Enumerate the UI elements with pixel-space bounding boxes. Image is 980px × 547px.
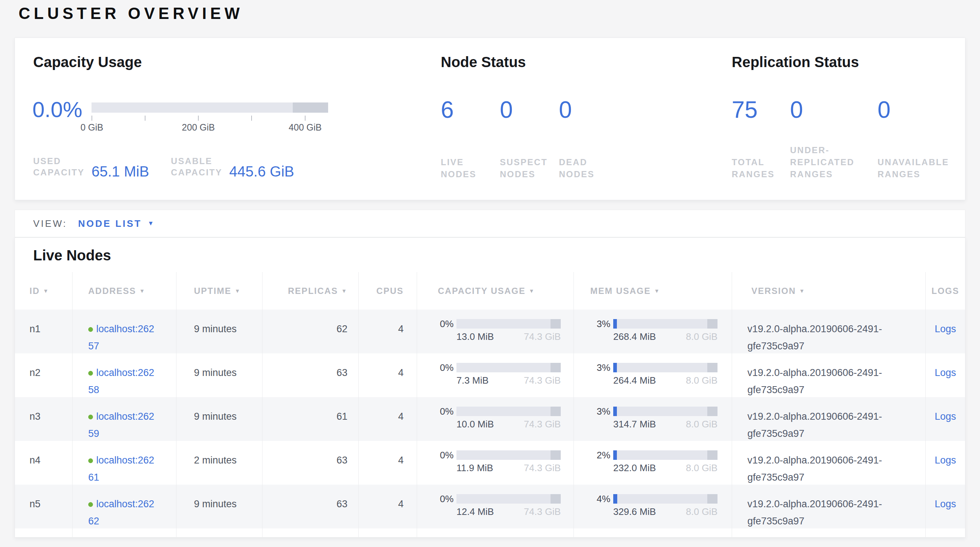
capacity-bar-reserved-segment [293,102,328,113]
node-uptime-cell: 9 minutes [176,310,262,355]
mem-max-value: 8.0 GiB [686,463,718,472]
mem-mini-bar [613,494,718,504]
capacity-mini-bar [457,407,561,416]
node-logs-link[interactable]: Logs [935,498,956,509]
used-capacity-label: USED CAPACITY [33,155,92,178]
capacity-axis-ticks [92,116,328,121]
node-version-cell: v19.2.0-alpha.20190606-2491-gfe735c9a97 [732,353,925,399]
node-address-cell: localhost:26258 [72,353,176,399]
column-header-logs: LOGS [925,272,965,310]
node-live-status-icon [88,458,93,463]
node-id-cell: n3 [15,397,72,442]
column-header-version[interactable]: VERSION ▼ [732,272,925,310]
node-cpus-cell: 4 [358,441,417,486]
column-header-id[interactable]: ID ▼ [15,272,72,310]
sort-down-icon: ▼ [654,288,660,294]
unavailable-ranges-label: UNAVAILABLE RANGES [878,156,967,180]
node-live-status-icon [88,415,93,419]
capacity-max-value: 74.3 GiB [524,332,561,341]
total-ranges-metric: 75 TOTAL RANGES [732,98,790,180]
node-address-link[interactable]: localhost:26261 [88,455,154,483]
suspect-nodes-label: SUSPECT NODES [500,156,555,180]
mem-bar-reserved-segment [707,319,718,329]
under-replicated-label: UNDER-REPLICATED RANGES [790,144,875,180]
capacity-usage-bar [92,102,328,113]
mem-used-value: 268.4 MiB [613,332,656,341]
column-header-replicas[interactable]: REPLICAS ▼ [262,272,358,310]
mem-bar-fill [613,319,617,329]
capacity-percent: 0% [423,494,453,504]
node-logs-link[interactable]: Logs [935,367,956,378]
node-mem-usage-cell: 2% 232.0 MiB 8.0 GiB [573,441,732,486]
node-uptime-cell: 9 minutes [176,353,262,399]
cluster-overview-page: { "page_title": "CLUSTER OVERVIEW", "sum… [0,0,980,547]
axis-label-400gib: 400 GiB [289,122,321,133]
mem-bar-fill [613,363,617,372]
total-ranges-label: TOTAL RANGES [732,156,786,180]
usable-capacity-value: 445.6 GiB [229,164,294,178]
live-nodes-count: 6 [441,98,500,121]
mem-max-value: 8.0 GiB [686,507,718,516]
node-replicas-cell: 63 [262,441,358,486]
node-version-cell: v19.2.0-alpha.20190606-2491-gfe735c9a97 [732,485,925,530]
total-ranges-count: 75 [732,98,790,121]
node-address-cell: localhost:26259 [72,397,176,442]
capacity-percent-value: 0.0% [32,99,81,120]
node-address-link[interactable]: localhost:26257 [88,323,154,351]
node-logs-cell: Logs [925,353,965,399]
unavailable-ranges-count: 0 [878,98,969,121]
mem-bar-reserved-segment [707,407,718,416]
table-row: n2 localhost:26258 9 minutes 63 4 0% 7.3… [15,353,965,397]
table-body: n1 localhost:26257 9 minutes 62 4 0% 13.… [15,310,965,537]
mem-percent: 4% [580,494,610,504]
capacity-used-value: 7.3 MiB [457,375,488,385]
mem-used-value: 232.0 MiB [613,463,656,472]
live-nodes-panel: Live Nodes ID ▼ ADDRESS ▼ UPTIME ▼ REPLI… [14,237,966,537]
live-nodes-label: LIVE NODES [441,156,495,180]
capacity-bar-reserved-segment [550,450,561,460]
node-live-status-icon [88,327,93,332]
node-address-link[interactable]: localhost:26262 [88,498,154,526]
mem-percent: 3% [580,363,610,372]
capacity-bar-reserved-segment [550,407,561,416]
view-mode-selected: NODE LIST [78,218,142,229]
column-header-capacity-usage[interactable]: CAPACITY USAGE ▼ [417,272,573,310]
node-logs-link[interactable]: Logs [935,455,956,466]
view-mode-dropdown[interactable]: NODE LIST ▼ [78,218,154,229]
mem-used-value: 329.6 MiB [613,507,656,516]
mem-max-value: 8.0 GiB [686,375,718,385]
node-replicas-cell: 61 [262,397,358,442]
node-logs-cell: Logs [925,441,965,486]
node-address-link[interactable]: localhost:26258 [88,367,154,395]
capacity-bar-reserved-segment [550,494,561,504]
usable-capacity-stat: USABLE CAPACITY 445.6 GiB [171,155,294,178]
capacity-percent: 0% [423,363,453,372]
capacity-max-value: 74.3 GiB [524,419,561,429]
dead-nodes-count: 0 [559,98,618,121]
node-address-cell: localhost:26257 [72,310,176,355]
capacity-stats: USED CAPACITY 65.1 MiB USABLE CAPACITY 4… [33,155,294,178]
used-capacity-stat: USED CAPACITY 65.1 MiB [33,155,149,178]
replication-status-metrics: 75 TOTAL RANGES 0 UNDER-REPLICATED RANGE… [732,98,969,180]
node-address-cell [72,528,176,537]
node-live-status-icon [88,502,93,507]
node-logs-link[interactable]: Logs [935,323,956,334]
capacity-max-value: 74.3 GiB [524,375,561,385]
node-mem-usage-cell: 4% 329.6 MiB 8.0 GiB [573,485,732,530]
column-header-uptime[interactable]: UPTIME ▼ [176,272,262,310]
capacity-used-value: 10.0 MiB [457,419,494,429]
live-nodes-heading: Live Nodes [33,247,111,264]
node-cpus-cell: 4 [358,310,417,355]
suspect-nodes-metric: 0 SUSPECT NODES [500,98,559,180]
node-logs-cell: Logs [925,397,965,442]
axis-label-0gib: 0 GiB [81,122,103,133]
capacity-usage-gauge: 0.0% 0 GiB 200 GiB 400 GiB [32,99,328,133]
node-logs-link[interactable]: Logs [935,411,956,422]
node-capacity-usage-cell: 0% 12.4 MiB 74.3 GiB [417,485,573,530]
column-header-address[interactable]: ADDRESS ▼ [72,272,176,310]
sort-down-icon: ▼ [43,288,49,294]
node-status-heading: Node Status [441,54,526,70]
node-address-link[interactable]: localhost:26259 [88,411,154,439]
capacity-mini-bar [457,363,561,372]
column-header-mem-usage[interactable]: MEM USAGE ▼ [573,272,732,310]
